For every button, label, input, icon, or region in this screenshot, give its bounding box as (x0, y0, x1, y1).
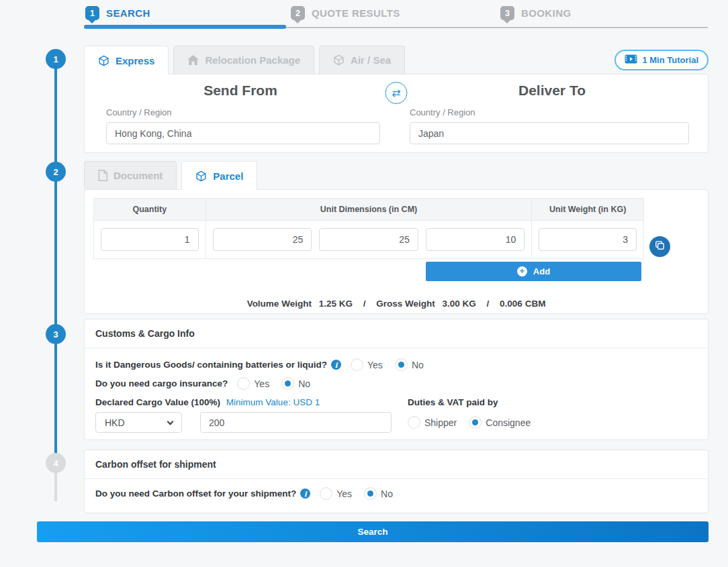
document-icon (98, 170, 107, 181)
duties-shipper-radio[interactable] (408, 416, 420, 429)
carbon-no-radio[interactable] (364, 487, 377, 500)
insurance-no-radio[interactable] (281, 377, 294, 390)
dangerous-goods-question: Is it Dangerous Goods/ containing batter… (95, 360, 327, 370)
gross-weight-value: 3.00 KG (443, 299, 476, 309)
summary-separator: / (487, 299, 490, 309)
chevron-down-icon (167, 418, 174, 425)
send-from-section: Send From Country / Region (85, 74, 396, 152)
height-input[interactable] (426, 228, 525, 251)
step-1-badge: 1 (85, 6, 99, 20)
stepper-step-search[interactable]: 1 SEARCH (85, 6, 150, 20)
summary-separator: / (363, 299, 366, 309)
insurance-question: Do you need cargo insurance? (95, 378, 228, 389)
deliver-to-section: Deliver To Country / Region (396, 74, 708, 152)
tab-air-sea-label: Air / Sea (351, 54, 391, 66)
info-icon[interactable]: i (331, 360, 341, 370)
tutorial-button-label: 1 Min Tutorial (642, 55, 698, 65)
box-icon (333, 54, 345, 66)
step-1-label: SEARCH (106, 7, 150, 19)
rail-step-1: 1 (46, 49, 66, 69)
weight-summary: Volume Weight 1.25 KG / Gross Weight 3.0… (85, 299, 708, 309)
cbm-value: 0.006 CBM (500, 299, 545, 309)
swap-route-button[interactable]: ⇄ (385, 82, 408, 104)
dangerous-yes-radio[interactable] (351, 358, 363, 371)
carbon-offset-title: Carbon offset for shipment (85, 450, 708, 479)
rail-step-2: 2 (46, 162, 66, 182)
length-input[interactable] (213, 228, 312, 251)
tab-parcel[interactable]: Parcel (181, 161, 257, 190)
gross-weight-label: Gross Weight (376, 299, 435, 309)
insurance-yes-radio[interactable] (237, 377, 250, 390)
carbon-no-label: No (381, 488, 393, 499)
dangerous-yes-label: Yes (367, 360, 383, 370)
declared-value-label: Declared Cargo Value (100%) (95, 397, 220, 407)
declared-value-row: Declared Cargo Value (100%) Minimum Valu… (95, 397, 697, 433)
send-from-title: Send From (85, 83, 396, 99)
carbon-yes-radio[interactable] (320, 487, 332, 500)
send-from-country-input[interactable] (106, 122, 380, 144)
copy-icon (654, 240, 666, 254)
search-button[interactable]: Search (37, 521, 709, 542)
dangerous-no-radio[interactable] (395, 358, 408, 371)
tab-parcel-label: Parcel (213, 170, 243, 182)
customs-title: Customs & Cargo Info (85, 319, 708, 348)
currency-select[interactable]: HKD (95, 412, 182, 433)
customs-card: Customs & Cargo Info Is it Dangerous Goo… (84, 319, 709, 440)
add-parcel-button[interactable]: + Add (426, 262, 641, 281)
volume-weight-label: Volume Weight (247, 299, 312, 309)
package-tabs-row: Document Parcel (84, 161, 709, 189)
film-icon (625, 54, 637, 66)
box-icon (195, 170, 207, 182)
dimensions-header: Unit Dimensions (in CM) (206, 199, 533, 220)
duplicate-row-button[interactable] (649, 236, 670, 257)
step-3-label: BOOKING (521, 7, 571, 19)
carbon-offset-question: Do you need Carbon offset for your shipm… (95, 488, 296, 499)
stepper-step-booking[interactable]: 3 BOOKING (500, 6, 571, 20)
parcel-table: Quantity Unit Dimensions (in CM) Unit We… (93, 198, 644, 259)
deliver-to-country-input[interactable] (410, 122, 689, 144)
tutorial-button[interactable]: 1 Min Tutorial (615, 50, 709, 70)
carbon-offset-question-row: Do you need Carbon offset for your shipm… (95, 487, 697, 500)
stepper-step-quote-results[interactable]: 2 QUOTE RESULTS (291, 6, 400, 20)
duties-consignee-radio[interactable] (469, 416, 482, 429)
carbon-yes-label: Yes (336, 488, 352, 499)
quantity-input[interactable] (101, 228, 199, 251)
add-button-label: Add (533, 266, 550, 276)
deliver-to-country-label: Country / Region (410, 107, 689, 117)
tab-relocation-package[interactable]: Relocation Package (173, 46, 314, 74)
tab-express[interactable]: Express (84, 46, 169, 74)
step-3-badge: 3 (500, 6, 514, 20)
dangerous-no-label: No (412, 360, 424, 370)
tab-document[interactable]: Document (84, 161, 177, 189)
tab-air-sea[interactable]: Air / Sea (319, 46, 405, 74)
deliver-to-title: Deliver To (396, 83, 708, 99)
box-icon (98, 55, 109, 66)
insurance-question-row: Do you need cargo insurance? Yes No (95, 377, 697, 390)
info-icon[interactable]: i (300, 488, 310, 499)
minimum-value-note: Minimum Value: USD 1 (226, 397, 320, 407)
quote-search-page: 1 SEARCH 2 QUOTE RESULTS 3 BOOKING 1 2 3… (0, 0, 728, 567)
currency-value: HKD (105, 417, 125, 428)
tab-express-label: Express (116, 55, 154, 66)
tab-relocation-label: Relocation Package (205, 54, 300, 66)
duties-shipper-label: Shipper (424, 417, 457, 428)
declared-value-input[interactable] (200, 412, 392, 433)
rail-line (54, 60, 57, 463)
duties-vat-label: Duties & VAT paid by (408, 397, 539, 407)
carbon-offset-card: Carbon offset for shipment Do you need C… (84, 450, 709, 513)
duties-consignee-label: Consignee (486, 417, 531, 428)
weight-header: Unit Weight (in KG) (532, 199, 643, 220)
parcel-table-row (93, 221, 644, 259)
tab-document-label: Document (113, 170, 163, 181)
step-2-badge: 2 (291, 6, 305, 20)
rail-step-3: 3 (46, 324, 66, 344)
service-tabs-row: Express Relocation Package Air / Sea 1 M… (84, 46, 709, 74)
duties-vat-section: Duties & VAT paid by Shipper Consignee (408, 397, 539, 433)
stepper-track-active (84, 25, 286, 29)
width-input[interactable] (319, 228, 418, 251)
plus-icon: + (517, 266, 527, 276)
parcel-card: Quantity Unit Dimensions (in CM) Unit We… (84, 189, 709, 314)
search-button-label: Search (357, 527, 388, 537)
unit-weight-input[interactable] (539, 228, 637, 251)
step-2-label: QUOTE RESULTS (312, 7, 400, 19)
